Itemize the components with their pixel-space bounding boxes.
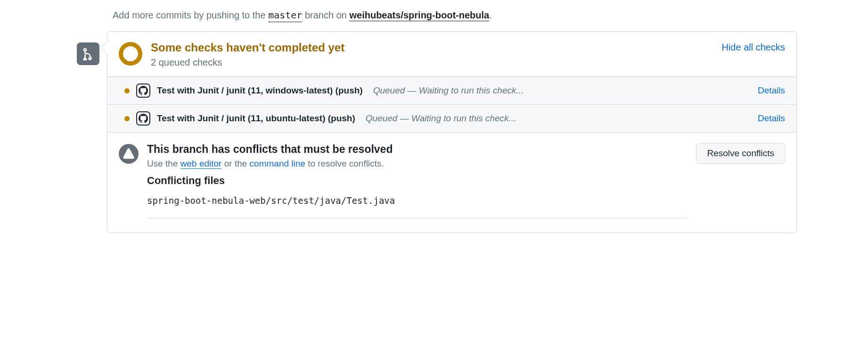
pending-dot-icon xyxy=(124,116,130,121)
git-merge-icon xyxy=(77,42,99,65)
hint-mid: or the xyxy=(221,159,249,168)
check-row: Test with Junit / junit (11, ubuntu-late… xyxy=(107,104,796,132)
resolve-conflicts-button[interactable]: Resolve conflicts xyxy=(696,143,785,164)
hint-suffix: to resolve conflicts. xyxy=(305,159,384,168)
check-name: Test with Junit / junit (11, windows-lat… xyxy=(157,85,363,96)
checks-status-header: Some checks haven't completed yet 2 queu… xyxy=(107,32,796,76)
conflicting-files-title: Conflicting files xyxy=(147,175,688,187)
check-status: Queued — Waiting to run this check... xyxy=(373,85,524,96)
timeline-sidebar xyxy=(71,9,99,233)
pending-status-icon xyxy=(119,42,142,66)
check-details-link[interactable]: Details xyxy=(758,113,785,124)
github-actions-icon xyxy=(136,84,150,98)
conflicts-title: This branch has conflicts that must be r… xyxy=(147,143,688,156)
conflicting-file: spring-boot-nebula-web/src/test/java/Tes… xyxy=(147,195,688,218)
branch-name[interactable]: master xyxy=(268,9,302,22)
pending-dot-icon xyxy=(124,88,130,93)
merge-status-box: Some checks haven't completed yet 2 queu… xyxy=(107,31,797,233)
push-hint-text: Add more commits by pushing to the maste… xyxy=(113,9,797,21)
checks-list: Test with Junit / junit (11, windows-lat… xyxy=(107,76,796,132)
command-line-link[interactable]: command line xyxy=(250,159,305,168)
check-details-link[interactable]: Details xyxy=(758,85,785,96)
check-name: Test with Junit / junit (11, ubuntu-late… xyxy=(157,113,355,124)
hide-all-checks-link[interactable]: Hide all checks xyxy=(721,42,785,53)
checks-status-subtitle: 2 queued checks xyxy=(151,57,713,68)
conflicts-hint: Use the web editor or the command line t… xyxy=(147,159,688,169)
check-status: Queued — Waiting to run this check... xyxy=(366,113,516,124)
repo-link[interactable]: weihubeats/spring-boot-nebula xyxy=(349,10,489,21)
hint-prefix: Use the xyxy=(147,159,180,168)
hint-mid: branch on xyxy=(302,10,349,20)
github-actions-icon xyxy=(136,111,150,126)
web-editor-link[interactable]: web editor xyxy=(180,159,222,169)
hint-suffix: . xyxy=(489,10,492,20)
check-row: Test with Junit / junit (11, windows-lat… xyxy=(107,77,796,104)
checks-status-title: Some checks haven't completed yet xyxy=(151,41,713,54)
hint-prefix: Add more commits by pushing to the xyxy=(113,10,268,20)
alert-icon xyxy=(119,144,139,164)
conflicts-section: This branch has conflicts that must be r… xyxy=(107,132,796,233)
